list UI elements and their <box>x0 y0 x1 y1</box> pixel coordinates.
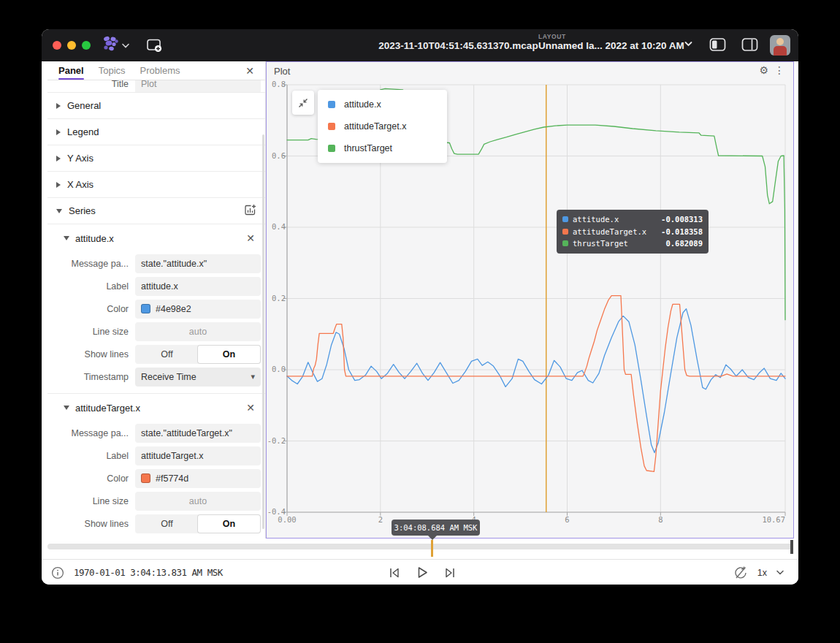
title-row-clipped: Title Plot <box>47 80 265 93</box>
collapse-arrows-icon <box>297 97 309 109</box>
sidebar-scrollbar[interactable] <box>262 134 264 529</box>
show-lines-on-button[interactable]: On <box>198 346 260 363</box>
speed-caret-down-icon[interactable] <box>776 570 784 575</box>
x-tick-label: 0.00 <box>272 515 302 524</box>
layout-switcher[interactable]: LAYOUT Unnamed la... 2022 at 10:20 AM <box>538 33 692 51</box>
remove-series-icon[interactable]: ✕ <box>246 403 255 413</box>
color-swatch[interactable] <box>141 304 150 313</box>
collapse-legend-button[interactable] <box>292 91 314 115</box>
message-path-label: Message pa... <box>47 428 135 438</box>
panel-settings-gear-icon[interactable]: ⚙ <box>759 64 768 76</box>
tooltip-value: -0.008313 <box>661 215 703 224</box>
section-general[interactable]: General <box>47 93 265 119</box>
tooltip-row: attitudeTarget.x -0.018358 <box>562 226 703 238</box>
app-menu[interactable] <box>101 35 129 56</box>
message-path-input[interactable]: state."attitudeTarget.x" <box>135 424 261 443</box>
label-input[interactable]: attitudeTarget.x <box>135 446 261 465</box>
legend-swatch <box>328 145 335 152</box>
section-series[interactable]: Series <box>47 198 265 224</box>
x-tick-label: 2 <box>366 515 395 524</box>
tooltip-swatch <box>562 229 568 235</box>
left-sidebar-toggle[interactable] <box>709 37 727 56</box>
tooltip-swatch <box>562 240 568 246</box>
legend-swatch <box>328 101 335 108</box>
series-title: attitude.x <box>75 233 114 244</box>
label-label: Label <box>47 451 135 461</box>
add-series-button[interactable] <box>244 204 256 218</box>
chevron-down-icon <box>64 406 69 410</box>
chevron-down-icon <box>56 209 62 213</box>
data-source-title: 2023-11-10T04:51:45.631370.mcap <box>378 40 538 51</box>
tab-panel[interactable]: Panel <box>58 61 84 80</box>
legend-item-thrust-target[interactable]: thrustTarget <box>318 137 447 159</box>
tab-topics[interactable]: Topics <box>99 61 126 80</box>
color-hex: #4e98e2 <box>156 304 191 314</box>
line-size-label: Line size <box>47 327 135 337</box>
title-field-input[interactable]: Plot <box>135 80 261 93</box>
panel-menu-kebab-icon[interactable]: ⋮ <box>774 64 784 76</box>
user-avatar[interactable] <box>770 35 790 56</box>
layout-chevron-down-icon[interactable] <box>684 41 692 47</box>
layout-name: Unnamed la... 2022 at 10:20 AM <box>538 40 692 51</box>
y-tick-label: 0.2 <box>267 294 286 303</box>
color-swatch[interactable] <box>141 473 150 483</box>
legend-item-attitude-x[interactable]: attitude.x <box>318 94 447 115</box>
series-editor-attitude-target-x: attitudeTarget.x ✕ Message pa... state."… <box>47 394 265 539</box>
loop-off-icon[interactable] <box>733 566 748 580</box>
right-sidebar-toggle[interactable] <box>741 37 759 56</box>
avatar-face <box>776 38 784 45</box>
foxglove-logo-icon <box>101 35 120 56</box>
tooltip-value: 0.682089 <box>665 239 703 248</box>
color-input[interactable]: #f5774d <box>135 469 261 488</box>
line-size-input[interactable]: auto <box>135 322 261 341</box>
legend-label: attitudeTarget.x <box>344 121 406 132</box>
label-input[interactable]: attitude.x <box>135 277 261 296</box>
play-button[interactable] <box>414 565 430 580</box>
color-label: Color <box>47 304 135 314</box>
color-input[interactable]: #4e98e2 <box>135 300 261 319</box>
sidebar-close-icon[interactable]: ✕ <box>245 66 254 76</box>
section-series-label: Series <box>69 205 96 216</box>
show-lines-label: Show lines <box>47 519 135 529</box>
section-x-axis[interactable]: X Axis <box>47 172 265 198</box>
tab-problems[interactable]: Problems <box>140 61 180 80</box>
sidebar-tabbar: Panel Topics Problems ✕ <box>47 61 265 80</box>
section-y-axis[interactable]: Y Axis <box>47 145 265 172</box>
timeline-scrubber[interactable] <box>47 544 793 549</box>
add-panel-button[interactable] <box>145 37 163 53</box>
close-window-button[interactable] <box>53 41 61 50</box>
show-lines-on-button[interactable]: On <box>198 515 260 533</box>
legend-label: thrustTarget <box>344 143 392 153</box>
tooltip-row: thrustTarget 0.682089 <box>562 237 703 250</box>
label-label: Label <box>47 281 135 292</box>
panel-settings-sidebar: Panel Topics Problems ✕ Title Plot Gener… <box>47 61 266 539</box>
legend-item-attitude-target-x[interactable]: attitudeTarget.x <box>318 115 447 137</box>
seek-forward-button[interactable] <box>443 566 458 580</box>
info-icon[interactable] <box>51 566 64 579</box>
plot-legend: attitude.x attitudeTarget.x thrustTarget <box>318 90 447 163</box>
y-tick-label: 0.6 <box>267 151 286 160</box>
tooltip-label: thrustTarget <box>573 239 628 248</box>
tooltip-value: -0.018358 <box>661 227 703 236</box>
line-size-input[interactable]: auto <box>135 492 261 511</box>
message-path-input[interactable]: state."attitude.x" <box>135 254 261 273</box>
layout-eyebrow: LAYOUT <box>538 33 692 40</box>
show-lines-off-button[interactable]: Off <box>136 515 198 533</box>
plot-panel-title: Plot <box>274 66 290 77</box>
playback-speed[interactable]: 1x <box>757 568 767 578</box>
zoom-window-button[interactable] <box>82 41 91 50</box>
timestamp-select[interactable]: Receive Time ▾ <box>135 368 261 387</box>
series-header[interactable]: attitude.x ✕ <box>47 224 265 252</box>
seek-backward-button[interactable] <box>386 566 402 580</box>
avatar-shirt <box>774 46 787 56</box>
tooltip-swatch <box>562 216 568 222</box>
show-lines-off-button[interactable]: Off <box>136 346 198 363</box>
plot-value-tooltip: attitude.x -0.008313 attitudeTarget.x -0… <box>557 210 709 254</box>
scrubber-playhead-marker[interactable] <box>790 540 793 554</box>
minimize-window-button[interactable] <box>67 41 76 50</box>
series-header[interactable]: attitudeTarget.x ✕ <box>47 394 265 422</box>
section-legend[interactable]: Legend <box>47 119 265 145</box>
scrubber-time-tooltip: 3:04:08.684 AM MSK <box>392 520 480 536</box>
show-lines-toggle: Off On <box>135 514 261 533</box>
remove-series-icon[interactable]: ✕ <box>246 233 255 243</box>
